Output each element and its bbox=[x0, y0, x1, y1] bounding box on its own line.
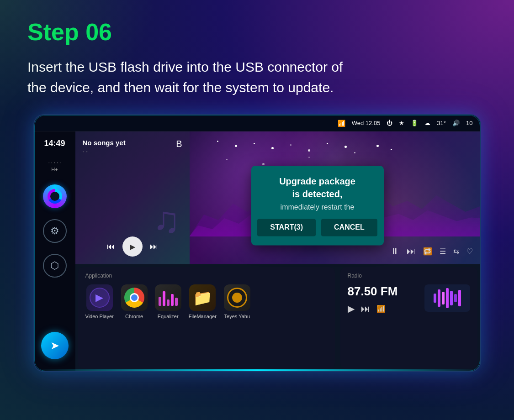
sidebar-time: 14:49 bbox=[44, 139, 65, 148]
audio-wave bbox=[424, 284, 470, 312]
step-description: Insert the USB flash drive into the USB … bbox=[27, 57, 439, 98]
bottom-row: Application ▶ Video Player bbox=[75, 264, 480, 371]
app-chrome[interactable]: Chrome bbox=[121, 284, 148, 319]
music-next-button[interactable]: ⏭ bbox=[150, 242, 158, 252]
radio-label: Radio bbox=[348, 273, 470, 279]
status-time: Wed 12.05 bbox=[352, 120, 381, 126]
apps-grid: ▶ Video Player bbox=[85, 284, 328, 319]
radio-widget: Radio 87.50 FM ▶ ⏭ 📶 bbox=[340, 267, 477, 368]
app-icon-files: 📁 bbox=[189, 284, 216, 311]
video-favorite-button[interactable]: ♡ bbox=[466, 247, 473, 256]
apps-widget: Application ▶ Video Player bbox=[78, 267, 335, 368]
bluetooth-music-icon: B bbox=[176, 139, 182, 149]
app-icon-eq bbox=[155, 284, 181, 311]
video-pause-button[interactable]: ⏸ bbox=[390, 246, 399, 257]
step-title: Step 06 bbox=[27, 18, 487, 46]
apps-label: Application bbox=[85, 273, 328, 279]
app-name-teyes: Teyes Yahu bbox=[224, 314, 250, 319]
app-teyes[interactable]: Teyes Yahu bbox=[224, 284, 250, 319]
video-skip-button[interactable]: ⏭ bbox=[407, 246, 416, 257]
radio-play-button[interactable]: ▶ bbox=[348, 303, 355, 314]
upgrade-dialog: Upgrade package is detected, immediately… bbox=[251, 166, 384, 245]
battery-icon: 🔋 bbox=[411, 120, 418, 126]
upgrade-start-button[interactable]: START(3) bbox=[257, 219, 316, 236]
upgrade-title: Upgrade package is detected, bbox=[262, 175, 373, 200]
music-prev-button[interactable]: ⏮ bbox=[107, 242, 115, 252]
status-bar: 📶 Wed 12.05 ⏻ ★ 🔋 ☁ 31° 🔊 10 bbox=[34, 115, 480, 131]
video-playlist-button[interactable]: ☰ bbox=[440, 247, 446, 256]
radio-frequency: 87.50 FM bbox=[348, 284, 398, 299]
radio-signal-icon: 📶 bbox=[376, 304, 386, 313]
music-controls: ⏮ ▶ ⏭ bbox=[75, 236, 190, 257]
music-note-bg: ♫ bbox=[153, 199, 180, 241]
app-name-chrome: Chrome bbox=[125, 314, 143, 319]
volume-icon: 🔊 bbox=[452, 120, 460, 126]
video-queue-button[interactable]: ⇆ bbox=[453, 247, 459, 256]
power-icon: ⏻ bbox=[387, 120, 392, 126]
sidebar-circle-button[interactable] bbox=[43, 184, 67, 208]
upgrade-subtitle: immediately restart the bbox=[262, 203, 373, 211]
music-widget: No songs yet - - B ♫ ⏮ ▶ ⏭ bbox=[75, 131, 190, 264]
app-name-video: Video Player bbox=[85, 314, 114, 319]
music-subtitle: - - bbox=[83, 148, 182, 155]
app-icon-video: ▶ bbox=[86, 284, 113, 311]
video-loop-button[interactable]: 🔁 bbox=[423, 247, 432, 256]
video-controls: ⏸ ⏭ 🔁 ☰ ⇆ ♡ bbox=[390, 246, 473, 257]
wifi-icon: 📶 bbox=[338, 120, 345, 127]
sidebar-cube-button[interactable]: ⬡ bbox=[43, 254, 67, 278]
sidebar-settings-button[interactable]: ⚙ bbox=[43, 219, 67, 243]
device-mockup: 📶 Wed 12.05 ⏻ ★ 🔋 ☁ 31° 🔊 10 14:49 · · ·… bbox=[33, 114, 481, 372]
main-content: No songs yet - - B ♫ ⏮ ▶ ⏭ bbox=[75, 131, 480, 371]
sidebar: 14:49 · · · · · H+ ⚙ ⬡ ➤ bbox=[34, 131, 75, 371]
app-icon-teyes bbox=[224, 284, 250, 311]
music-play-button[interactable]: ▶ bbox=[122, 236, 143, 257]
volume-level: 10 bbox=[466, 120, 472, 126]
radio-next-button[interactable]: ⏭ bbox=[361, 304, 370, 314]
bluetooth-icon: ★ bbox=[399, 120, 404, 126]
sidebar-nav-button[interactable]: ➤ bbox=[41, 332, 69, 359]
app-icon-chrome bbox=[121, 284, 148, 311]
temperature: 31° bbox=[437, 120, 446, 126]
app-name-files: FileManager bbox=[189, 314, 217, 319]
sidebar-signal: · · · · · H+ bbox=[48, 159, 61, 173]
app-name-eq: Equalizer bbox=[158, 314, 179, 319]
upgrade-cancel-button[interactable]: CANCEL bbox=[321, 219, 377, 236]
top-row: No songs yet - - B ♫ ⏮ ▶ ⏭ bbox=[75, 131, 480, 264]
app-video-player[interactable]: ▶ Video Player bbox=[85, 284, 114, 319]
app-filemanager[interactable]: 📁 FileManager bbox=[189, 284, 217, 319]
app-equalizer[interactable]: Equalizer bbox=[155, 284, 181, 319]
radio-controls: ▶ ⏭ 📶 bbox=[348, 303, 398, 314]
weather-icon: ☁ bbox=[424, 120, 430, 126]
music-no-songs: No songs yet bbox=[83, 139, 182, 147]
